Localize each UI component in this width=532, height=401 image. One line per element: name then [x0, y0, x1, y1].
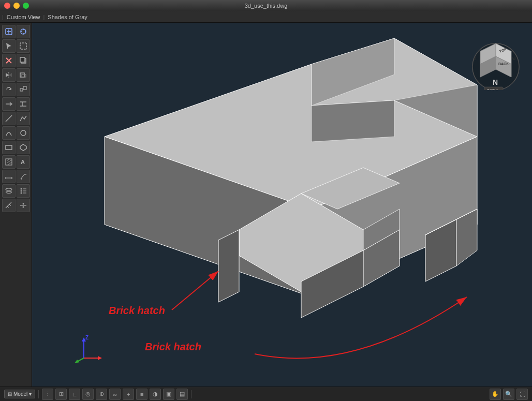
- rectangle-icon[interactable]: [2, 141, 16, 154]
- otrack-toggle[interactable]: ∞: [109, 389, 121, 400]
- layout-toggle[interactable]: ▤: [176, 389, 188, 400]
- zoom-in-button[interactable]: 🔍: [503, 389, 514, 400]
- svg-point-29: [22, 203, 24, 205]
- toolbar-group-13: [2, 199, 30, 212]
- arc-icon[interactable]: [2, 126, 16, 140]
- polygon-icon[interactable]: [17, 141, 30, 154]
- toolbar-group-5: [2, 83, 30, 96]
- svg-rect-7: [20, 88, 23, 91]
- axis-indicator: Z: [73, 332, 105, 363]
- window-controls[interactable]: [4, 3, 29, 9]
- scale-icon[interactable]: [17, 83, 30, 96]
- leader-icon[interactable]: [17, 170, 30, 183]
- close-button[interactable]: [4, 3, 10, 9]
- osnap-toggle[interactable]: ⊕: [96, 389, 107, 400]
- copy-icon[interactable]: [17, 54, 30, 67]
- toolbar-group-8: [2, 126, 30, 140]
- toolbar-group-1: [2, 25, 30, 38]
- nav-icon[interactable]: [2, 25, 16, 38]
- svg-marker-67: [98, 356, 102, 360]
- rotate-icon[interactable]: [2, 83, 16, 96]
- svg-rect-8: [23, 86, 26, 90]
- stretch-icon[interactable]: [2, 97, 16, 111]
- hatch-icon[interactable]: [2, 155, 16, 169]
- svg-text:BACK: BACK: [498, 62, 509, 66]
- grid-toggle[interactable]: ⊞: [55, 389, 67, 400]
- line-icon[interactable]: [2, 112, 16, 125]
- dynamic-toggle[interactable]: +: [123, 389, 134, 400]
- menu-bar: | Custom View | Shades of Gray: [0, 11, 532, 23]
- svg-text:WCS ▾: WCS ▾: [487, 88, 498, 90]
- toolbar-group-6: [2, 97, 30, 111]
- 3d-model: [63, 33, 529, 369]
- svg-marker-12: [20, 144, 26, 151]
- svg-text:N: N: [493, 78, 498, 86]
- menu-shades-of-gray[interactable]: Shades of Gray: [45, 14, 90, 20]
- svg-point-24: [20, 190, 22, 192]
- ortho-toggle[interactable]: ∟: [69, 389, 80, 400]
- status-bar: ⊞ Model ▾ ⋮ ⊞ ∟ ◎ ⊕ ∞ + ≡ ◑ ▣ ▤ ✋ 🔍 ⛶: [0, 387, 532, 401]
- maximize-button[interactable]: [23, 3, 29, 9]
- pline-icon[interactable]: [17, 112, 30, 125]
- svg-text:A: A: [21, 159, 25, 165]
- layer-icon[interactable]: [2, 184, 16, 198]
- minimize-button[interactable]: [13, 3, 20, 9]
- toolbar-group-10: A: [2, 155, 30, 169]
- divide-icon[interactable]: [17, 199, 30, 212]
- window-title: 3d_use_this.dwg: [245, 3, 288, 9]
- svg-text:E: E: [474, 57, 477, 61]
- toolbar-group-2: [2, 39, 30, 53]
- svg-point-21: [6, 188, 12, 190]
- brick-hatch-label-2: Brick hatch: [145, 341, 201, 353]
- toolbar-group-12: [2, 184, 30, 198]
- pan-icon[interactable]: [17, 25, 30, 38]
- model-tab[interactable]: ⊞ Model ▾: [4, 390, 35, 398]
- model-tab-icon: ⊞: [8, 391, 12, 397]
- offset-icon[interactable]: [17, 68, 30, 82]
- text-icon[interactable]: A: [17, 155, 30, 169]
- status-divider-2: [191, 390, 191, 398]
- svg-text:Z: Z: [85, 335, 88, 340]
- svg-point-30: [22, 206, 24, 208]
- svg-line-9: [6, 115, 12, 122]
- select-icon[interactable]: [2, 39, 16, 53]
- circle-icon[interactable]: [17, 126, 30, 140]
- window-select-icon[interactable]: [17, 39, 30, 53]
- pan-button[interactable]: ✋: [490, 389, 501, 400]
- polar-toggle[interactable]: ◎: [82, 389, 94, 400]
- svg-line-16: [8, 162, 12, 165]
- svg-marker-37: [312, 100, 394, 142]
- svg-rect-5: [20, 73, 24, 77]
- menu-custom-view[interactable]: Custom View: [4, 14, 43, 20]
- svg-marker-39: [218, 230, 239, 302]
- snap-toggle[interactable]: ⋮: [42, 389, 53, 400]
- select-toggle[interactable]: ▣: [163, 389, 174, 400]
- dim-icon[interactable]: [2, 170, 16, 183]
- canvas-area[interactable]: TOP BACK W E N WCS ▾ Brick hatch: [32, 23, 532, 387]
- svg-rect-11: [6, 145, 12, 150]
- svg-point-22: [20, 188, 22, 190]
- svg-text:W: W: [512, 57, 516, 61]
- nav-cube[interactable]: TOP BACK W E N WCS ▾: [470, 33, 522, 90]
- mirror-icon[interactable]: [2, 68, 16, 82]
- svg-rect-4: [20, 57, 25, 62]
- model-tab-label: Model: [13, 391, 27, 397]
- properties-icon[interactable]: [17, 184, 30, 198]
- lweight-toggle[interactable]: ≡: [136, 389, 147, 400]
- left-toolbar: A: [0, 23, 32, 387]
- trim-icon[interactable]: [17, 97, 30, 111]
- toolbar-group-11: [2, 170, 30, 183]
- svg-point-10: [21, 130, 26, 136]
- measure-icon[interactable]: [2, 199, 16, 212]
- model-tab-arrow: ▾: [29, 391, 32, 397]
- main-layout: A: [0, 23, 532, 387]
- toolbar-group-9: [2, 141, 30, 154]
- toolbar-group-4: [2, 68, 30, 82]
- toolbar-group-7: [2, 112, 30, 125]
- trans-toggle[interactable]: ◑: [150, 389, 161, 400]
- title-bar: 3d_use_this.dwg: [0, 0, 532, 11]
- erase-icon[interactable]: [2, 54, 16, 67]
- brick-hatch-label-1: Brick hatch: [109, 305, 165, 317]
- zoom-extent-button[interactable]: ⛶: [516, 389, 528, 400]
- status-divider-1: [38, 390, 39, 398]
